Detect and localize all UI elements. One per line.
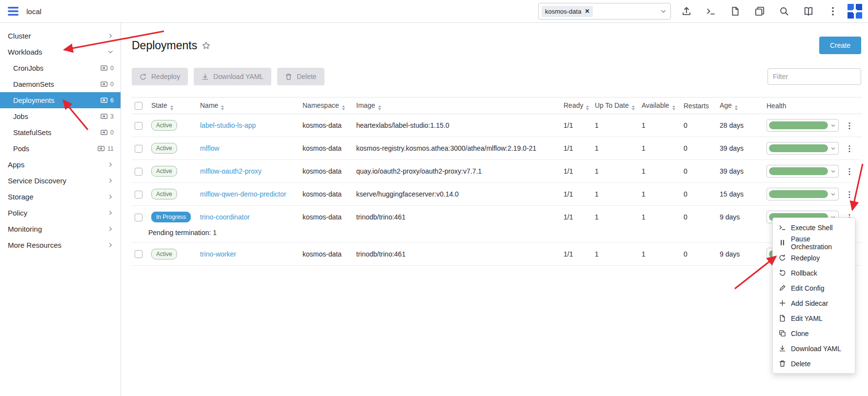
redeploy-icon (779, 254, 786, 261)
topbar-tools (682, 6, 838, 16)
table-row: Activemlflow-oauth2-proxykosmos-dataquay… (132, 160, 862, 183)
sidebar-item-statefulsets[interactable]: StatefulSets0 (0, 124, 121, 140)
org-logo (847, 3, 863, 20)
column-header-name[interactable]: Name (197, 98, 300, 114)
app-menu-icon[interactable] (8, 7, 19, 16)
remove-namespace-icon[interactable]: ✕ (585, 8, 589, 15)
column-header-up-to-date[interactable]: Up To Date (592, 98, 639, 114)
sidebar-item-service-discovery[interactable]: Service Discovery (0, 173, 121, 189)
column-header-restarts: Restarts (681, 98, 717, 114)
table-body: Activelabel-studio-ls-appkosmos-datahear… (132, 114, 862, 266)
row-checkbox[interactable] (135, 145, 142, 153)
trash-icon (779, 360, 786, 367)
select-all-checkbox[interactable] (135, 102, 142, 110)
restarts-cell: 0 (681, 242, 717, 265)
sidebar-item-jobs[interactable]: Jobs3 (0, 108, 121, 124)
health-selector[interactable] (767, 165, 839, 178)
up-to-date-cell: 1 (592, 183, 639, 206)
column-header-available[interactable]: Available (639, 98, 681, 114)
up-to-date-cell: 1 (592, 206, 639, 229)
deployment-link[interactable]: mlflow-oauth2-proxy (200, 167, 262, 175)
column-header-age[interactable]: Age (717, 98, 764, 114)
shell-icon (779, 224, 786, 231)
health-selector[interactable] (767, 142, 839, 155)
chevron-down-icon (660, 8, 666, 15)
filter-box (767, 68, 861, 85)
restarts-cell: 0 (681, 206, 717, 229)
menu-item-pause-orchestration[interactable]: Pause Orchestration (773, 235, 855, 250)
create-button[interactable]: Create (819, 37, 861, 54)
kubectl-shell-icon[interactable] (706, 6, 716, 16)
sidebar-item-cronjobs[interactable]: CronJobs0 (0, 60, 121, 76)
chevron-down-icon (830, 169, 836, 174)
menu-item-edit-config[interactable]: Edit Config (773, 280, 855, 296)
menu-item-execute-shell[interactable]: Execute Shell (773, 220, 855, 235)
sidebar-item-workloads[interactable]: Workloads (0, 44, 121, 60)
row-actions-kebab-icon[interactable] (846, 191, 853, 198)
main-content: Deployments Create RedeployDownload YAML… (121, 23, 868, 396)
health-selector[interactable] (767, 119, 839, 132)
row-checkbox[interactable] (135, 191, 142, 198)
ready-cell: 1/1 (561, 160, 592, 183)
deployment-link[interactable]: trino-coordinator (200, 213, 250, 221)
favorite-star-icon[interactable] (202, 41, 210, 50)
row-actions-kebab-icon[interactable] (846, 145, 853, 153)
namespace-filter[interactable]: kosmos-data ✕ (538, 3, 671, 20)
count-icon (101, 64, 108, 72)
redeploy-icon (140, 73, 147, 80)
namespace-cell: kosmos-data (300, 183, 353, 206)
trash-icon (285, 73, 292, 80)
menu-item-download-yaml[interactable]: Download YAML (773, 341, 855, 356)
menu-item-rollback[interactable]: Rollback (773, 265, 855, 280)
sidebar-item-pods[interactable]: Pods11 (0, 140, 121, 157)
menu-item-add-sidecar[interactable]: Add Sidecar (773, 296, 855, 311)
pencil-icon (779, 284, 786, 292)
menu-item-edit-yaml[interactable]: Edit YAML (773, 311, 855, 326)
sidebar-item-storage[interactable]: Storage (0, 189, 121, 205)
sidebar-item-more-resources[interactable]: More Resources (0, 237, 121, 253)
row-checkbox[interactable] (135, 214, 142, 221)
column-header-image[interactable]: Image (353, 98, 561, 114)
row-actions-kebab-icon[interactable] (846, 122, 853, 130)
sidebar-item-deployments[interactable]: Deployments6 (0, 92, 121, 108)
import-yaml-icon[interactable] (682, 6, 691, 16)
row-checkbox[interactable] (135, 168, 142, 176)
kebab-menu-icon[interactable] (828, 6, 838, 16)
download-yaml-button[interactable]: Download YAML (194, 68, 271, 85)
row-actions-kebab-icon[interactable] (846, 168, 853, 176)
table-row: Activemlflow-qwen-demo-predictorkosmos-d… (132, 183, 862, 206)
chevron-right-icon (107, 33, 114, 39)
sidebar-item-cluster[interactable]: Cluster (0, 28, 121, 44)
deployment-link[interactable]: mlflow-qwen-demo-predictor (200, 190, 286, 198)
copy-kubeconfig-icon[interactable] (755, 6, 765, 16)
row-checkbox[interactable] (135, 250, 142, 258)
delete-button[interactable]: Delete (277, 68, 324, 85)
menu-item-clone[interactable]: Clone (773, 326, 855, 341)
redeploy-button[interactable]: Redeploy (132, 68, 188, 85)
sidebar-item-policy[interactable]: Policy (0, 205, 121, 221)
menu-item-delete[interactable]: Delete (773, 356, 855, 371)
filter-input[interactable] (767, 68, 861, 85)
column-header-namespace[interactable]: Namespace (300, 98, 353, 114)
namespace-cell: kosmos-data (300, 206, 353, 229)
search-icon[interactable] (779, 6, 789, 16)
sidebar-item-daemonsets[interactable]: DaemonSets0 (0, 76, 121, 92)
row-checkbox[interactable] (135, 122, 142, 130)
file-icon (779, 315, 786, 322)
menu-item-redeploy[interactable]: Redeploy (773, 250, 855, 265)
cluster-name[interactable]: local (26, 7, 41, 16)
deployment-link[interactable]: trino-worker (200, 250, 236, 258)
table-row: Activetrino-workerkosmos-datatrinodb/tri… (132, 242, 862, 265)
kubeconfig-file-icon[interactable] (730, 6, 740, 16)
health-selector[interactable] (767, 188, 839, 200)
column-header-state[interactable]: State (148, 98, 197, 114)
docs-icon[interactable] (804, 6, 813, 16)
count-icon (101, 80, 108, 88)
sidebar-item-monitoring[interactable]: Monitoring (0, 221, 121, 237)
column-header-ready[interactable]: Ready (561, 98, 592, 114)
sidebar-item-apps[interactable]: Apps (0, 157, 121, 173)
count-badge: 3 (101, 113, 114, 120)
deployment-link[interactable]: mlflow (200, 144, 220, 152)
deployment-link[interactable]: label-studio-ls-app (200, 121, 256, 129)
count-badge: 0 (101, 80, 114, 88)
